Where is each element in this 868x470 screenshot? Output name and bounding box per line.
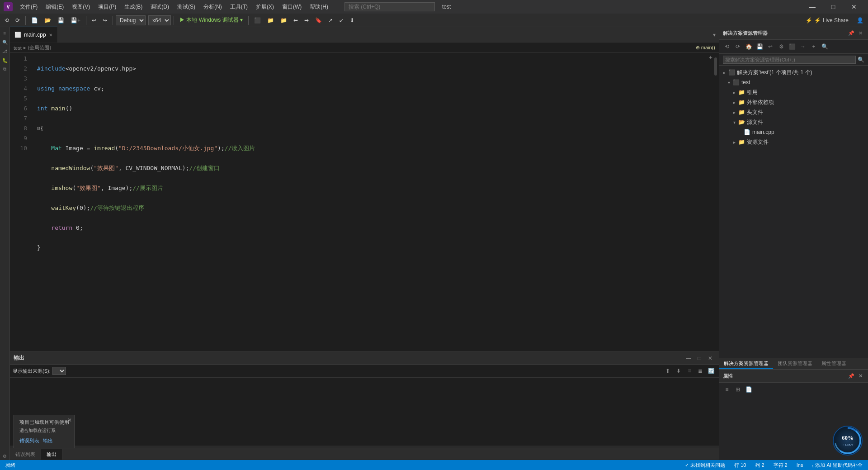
se-settings[interactable]: ⚙ <box>776 42 786 52</box>
toolbar-redo[interactable]: ↪ <box>100 16 110 24</box>
toast-error-list[interactable]: 错误列表 <box>19 437 39 444</box>
toolbar-nav-1[interactable]: 📁 <box>264 16 277 24</box>
activity-git[interactable]: ⎇ <box>1 47 9 55</box>
se-pin-button[interactable]: 📌 <box>847 29 855 38</box>
status-line[interactable]: 行 10 <box>732 462 748 469</box>
prop-pages[interactable]: 📄 <box>744 385 754 394</box>
toolbar-attach[interactable]: ⬛ <box>251 16 264 24</box>
output-maximize[interactable]: □ <box>694 353 704 363</box>
status-ins[interactable]: Ins <box>795 462 805 468</box>
run-button[interactable]: ▶ 本地 Windows 调试器 ▾ <box>177 15 245 25</box>
status-col[interactable]: 列 2 <box>753 462 766 469</box>
toolbar-open[interactable]: 📂 <box>42 16 54 24</box>
prop-list-view[interactable]: ≡ <box>722 385 732 394</box>
toolbar-undo[interactable]: ↩ <box>89 16 99 24</box>
output-btn-2[interactable]: ⬇ <box>674 366 684 376</box>
tab-error-list[interactable]: 错误列表 <box>10 449 41 460</box>
tree-references[interactable]: ▸ 📁 引用 <box>719 87 868 97</box>
se-refresh[interactable]: ↩ <box>765 42 775 52</box>
menu-debug[interactable]: 调试(D) <box>147 2 173 12</box>
toolbar-break-2[interactable]: ➡ <box>302 16 311 24</box>
se-tab-solution[interactable]: 解决方案资源管理器 <box>719 358 773 369</box>
toolbar-bookmark[interactable]: 🔖 <box>312 16 325 24</box>
output-close[interactable]: ✕ <box>705 353 715 363</box>
toolbar-nav-2[interactable]: 📁 <box>278 16 290 24</box>
se-back[interactable]: ⟲ <box>722 42 732 52</box>
menu-file[interactable]: 文件(F) <box>16 2 41 12</box>
se-close-button[interactable]: ✕ <box>856 29 864 38</box>
output-btn-5[interactable]: 🔄 <box>706 366 716 376</box>
se-save[interactable]: 💾 <box>755 42 764 52</box>
tab-dropdown-arrow[interactable]: ▾ <box>710 27 719 43</box>
activity-ext[interactable]: ⧉ <box>1 65 9 73</box>
menu-extensions[interactable]: 扩展(X) <box>252 2 278 12</box>
se-preview[interactable]: ⬛ <box>787 42 797 52</box>
status-char[interactable]: 字符 2 <box>772 462 789 469</box>
menu-window[interactable]: 窗口(W) <box>278 2 305 12</box>
add-line-button[interactable]: + <box>709 54 712 61</box>
se-search-btn[interactable]: 🔍 <box>820 42 830 52</box>
output-btn-3[interactable]: ≡ <box>684 366 694 376</box>
output-btn-4[interactable]: ≣ <box>695 366 705 376</box>
activity-solution[interactable]: ≡ <box>1 29 9 37</box>
tree-external-deps[interactable]: ▸ 📁 外部依赖项 <box>719 97 868 107</box>
prop-pin[interactable]: 📌 <box>847 372 855 380</box>
config-dropdown[interactable]: Debug <box>116 15 146 25</box>
global-search-input[interactable] <box>344 2 435 11</box>
toolbar-step-3[interactable]: ⬇ <box>347 16 357 24</box>
se-expand[interactable]: + <box>809 42 819 52</box>
tree-solution[interactable]: ▸ ⬛ 解决方案'test'(1 个项目/共 1 个) <box>719 67 868 77</box>
live-share-button[interactable]: ⚡ ⚡ Live Share <box>801 16 853 24</box>
menu-project[interactable]: 项目(P) <box>94 2 120 12</box>
toolbar-extra[interactable]: 👤 <box>854 16 866 24</box>
tab-close-button[interactable]: ✕ <box>49 33 52 38</box>
activity-search[interactable]: 🔍 <box>1 38 9 46</box>
se-tab-team[interactable]: 团队资源管理器 <box>773 358 817 369</box>
menu-analyze[interactable]: 分析(N) <box>200 2 226 12</box>
tab-main-cpp[interactable]: ⬜ main.cpp ✕ <box>10 27 57 43</box>
prop-category-view[interactable]: ⊞ <box>733 385 743 394</box>
vertical-scrollbar[interactable] <box>712 53 719 351</box>
tab-output[interactable]: 输出 <box>41 449 62 460</box>
code-content[interactable]: #include<opencv2/opencv.hpp> using names… <box>33 53 712 351</box>
platform-dropdown[interactable]: x64 <box>148 15 171 25</box>
se-home[interactable]: 🏠 <box>744 42 754 52</box>
status-no-issues[interactable]: ✓ 未找到相关问题 <box>683 462 727 469</box>
close-button[interactable]: ✕ <box>844 0 864 14</box>
menu-tools[interactable]: 工具(T) <box>226 2 251 12</box>
menu-test[interactable]: 测试(S) <box>174 2 199 12</box>
output-btn-1[interactable]: ⬆ <box>663 366 673 376</box>
toast-output[interactable]: 输出 <box>43 437 53 444</box>
se-arrow-right[interactable]: → <box>798 42 808 52</box>
se-tab-props[interactable]: 属性管理器 <box>817 358 851 369</box>
toolbar-step-2[interactable]: ↙ <box>336 16 346 24</box>
prop-close[interactable]: ✕ <box>856 372 864 380</box>
menu-view[interactable]: 视图(V) <box>68 2 94 12</box>
status-add-ext[interactable]: ₁ 添加 AI 辅助代码补全 <box>810 462 864 469</box>
breadcrumb-function[interactable]: ⊕ main() <box>696 45 715 51</box>
activity-debug[interactable]: 🐛 <box>1 56 9 64</box>
minimize-button[interactable]: — <box>802 0 823 14</box>
code-editor[interactable]: 1 2 3 4 5 6 7 8 9 10 #include<opencv2/op… <box>10 53 719 351</box>
toolbar-save-all[interactable]: 💾+ <box>68 16 83 24</box>
breadcrumb-scope[interactable]: (全局范围) <box>28 44 51 51</box>
menu-build[interactable]: 生成(B) <box>121 2 146 12</box>
toolbar-save[interactable]: 💾 <box>55 16 67 24</box>
output-source-dropdown[interactable] <box>52 367 66 375</box>
output-scrollbar[interactable] <box>10 446 719 448</box>
activity-settings[interactable]: ⚙ <box>1 452 9 460</box>
menu-edit[interactable]: 编辑(E) <box>42 2 67 12</box>
maximize-button[interactable]: □ <box>823 0 844 14</box>
scrollbar-thumb[interactable] <box>714 57 717 76</box>
menu-help[interactable]: 帮助(H) <box>306 2 332 12</box>
tree-source-files[interactable]: ▾ 📂 源文件 <box>719 117 868 127</box>
toolbar-new[interactable]: 📄 <box>28 16 41 24</box>
output-minimize[interactable]: — <box>684 353 693 363</box>
toast-close-button[interactable]: ✕ <box>67 417 72 423</box>
se-forward[interactable]: ⟳ <box>733 42 743 52</box>
tree-resources[interactable]: ▸ 📁 资源文件 <box>719 137 868 147</box>
toolbar-step[interactable]: ↗ <box>326 16 335 24</box>
status-ready[interactable]: 就绪 <box>4 462 17 469</box>
tree-main-cpp[interactable]: 📄 main.cpp <box>719 127 868 137</box>
breadcrumb-file[interactable]: test <box>14 45 22 51</box>
